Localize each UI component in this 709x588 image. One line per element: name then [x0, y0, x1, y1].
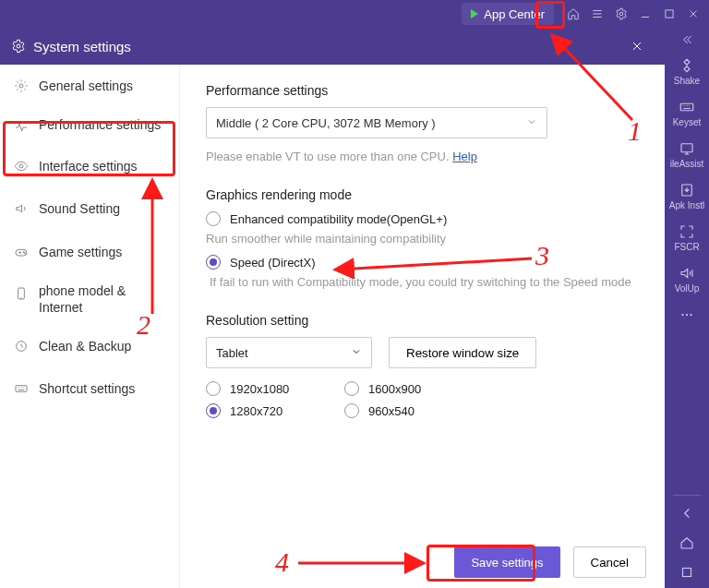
rail-collapse-icon[interactable]	[665, 28, 709, 52]
rail-label: Apk Instl	[669, 200, 704, 210]
panel-close-icon[interactable]	[628, 33, 654, 59]
keyboard-icon	[13, 380, 30, 397]
home-icon[interactable]	[561, 2, 585, 26]
svg-point-14	[24, 252, 25, 253]
radio-icon	[344, 381, 359, 396]
sidebar-item-label: Game settings	[39, 244, 166, 260]
rail-home-icon[interactable]	[665, 529, 709, 558]
rail-fscr[interactable]: FSCR	[665, 218, 709, 259]
footer: Save settings Cancel	[180, 536, 665, 588]
performance-level-select[interactable]: Middle ( 2 Core CPU, 3072 MB Memory )	[206, 107, 547, 138]
svg-point-0	[619, 12, 623, 16]
minimize-icon[interactable]	[633, 2, 657, 26]
rail-label: FSCR	[674, 242, 699, 252]
sidebar-item-label: General settings	[39, 78, 166, 94]
svg-point-10	[19, 84, 23, 88]
chevron-down-icon	[526, 116, 537, 130]
svg-rect-3	[681, 144, 692, 152]
vt-hint: Please enable VT to use more than one CP…	[206, 150, 646, 163]
sidebar-item-shortcut[interactable]: Shortcut settings	[0, 367, 179, 410]
menu-icon[interactable]	[585, 2, 609, 26]
resolution-mode-select[interactable]: Tablet	[206, 337, 372, 368]
svg-point-6	[686, 314, 688, 316]
chevron-down-icon	[351, 346, 362, 360]
radio-label: 1280x720	[230, 404, 282, 418]
rail-label: Keyset	[673, 117, 702, 127]
rail-back-icon[interactable]	[665, 499, 709, 529]
radio-icon	[206, 211, 221, 226]
rail-label: ileAssist	[670, 159, 704, 169]
app-center-label: App Center	[484, 7, 545, 21]
settings-gear-icon[interactable]	[609, 2, 633, 26]
svg-rect-1	[666, 10, 673, 18]
sidebar-item-interface[interactable]: Interface settings	[0, 145, 179, 187]
main-panel: Performance settings Middle ( 2 Core CPU…	[180, 65, 665, 536]
title-bar: App Center	[0, 0, 709, 28]
gfx-speed-radio[interactable]: Speed (DirectX)	[206, 255, 646, 270]
clean-icon	[13, 338, 30, 354]
phone-icon	[13, 285, 30, 302]
gfx-compat-desc: Run smoother while maintaining compatibi…	[206, 232, 646, 246]
pulse-icon	[13, 119, 30, 136]
sidebar-item-label: phone model & Internet	[39, 282, 166, 316]
gfx-speed-desc: If fail to run with Compatibility mode, …	[210, 275, 646, 289]
sidebar-item-label: Shortcut settings	[39, 380, 166, 397]
radio-label: 960x540	[368, 404, 415, 418]
graphics-section-title: Graphics rendering mode	[206, 187, 646, 202]
rail-shake[interactable]: Shake	[665, 52, 709, 93]
radio-icon	[206, 381, 221, 396]
res-1600x900-radio[interactable]: 1600x900	[344, 381, 483, 396]
svg-point-5	[681, 314, 683, 316]
sidebar-item-label: Clean & Backup	[39, 338, 166, 354]
sidebar-item-sound[interactable]: Sound Setting	[0, 187, 179, 230]
sound-icon	[13, 200, 30, 217]
rail-fileassist[interactable]: ileAssist	[665, 135, 709, 176]
settings-sidebar: General settings Performance settings In…	[0, 65, 180, 588]
radio-icon	[344, 403, 359, 418]
res-1920x1080-radio[interactable]: 1920x1080	[206, 381, 344, 396]
cancel-button[interactable]: Cancel	[573, 546, 647, 578]
maximize-icon[interactable]	[657, 2, 681, 26]
rail-keyset[interactable]: Keyset	[665, 93, 709, 135]
svg-point-9	[17, 44, 20, 48]
radio-icon	[206, 403, 221, 418]
gear-icon	[13, 78, 30, 94]
performance-section-title: Performance settings	[206, 83, 646, 98]
svg-rect-2	[680, 103, 693, 111]
gfx-compat-radio[interactable]: Enhanced compatibility mode(OpenGL+)	[206, 211, 646, 226]
sidebar-item-clean[interactable]: Clean & Backup	[0, 325, 179, 367]
system-settings-header: System settings	[0, 28, 665, 65]
res-960x540-radio[interactable]: 960x540	[344, 403, 483, 418]
svg-point-13	[23, 251, 24, 252]
window-close-icon[interactable]	[681, 2, 705, 26]
vt-help-link[interactable]: Help	[452, 150, 477, 163]
save-settings-button[interactable]: Save settings	[454, 546, 559, 578]
sidebar-item-label: Performance settings	[39, 116, 166, 133]
rail-more-icon[interactable]	[665, 301, 709, 330]
radio-icon	[206, 255, 221, 270]
restore-window-size-button[interactable]: Restore window size	[389, 337, 536, 368]
rail-label: VolUp	[675, 283, 700, 294]
right-rail: Shake Keyset ileAssist Apk Instl FSCR Vo…	[665, 28, 709, 588]
radio-label: 1920x1080	[230, 382, 289, 396]
sidebar-item-game[interactable]: Game settings	[0, 231, 179, 273]
rail-recents-icon[interactable]	[665, 558, 709, 588]
system-settings-title: System settings	[33, 39, 131, 54]
res-1280x720-radio[interactable]: 1280x720	[206, 403, 344, 418]
gear-icon	[11, 39, 26, 54]
app-center-button[interactable]: App Center	[462, 3, 554, 25]
sidebar-item-phone[interactable]: phone model & Internet	[0, 273, 179, 325]
rail-volup[interactable]: VolUp	[665, 259, 709, 301]
resolution-section-title: Resolution setting	[206, 313, 646, 328]
svg-rect-17	[16, 386, 27, 392]
svg-point-11	[19, 164, 23, 168]
svg-rect-8	[683, 569, 691, 577]
radio-label: 1600x900	[368, 382, 421, 396]
svg-point-7	[690, 314, 691, 316]
rail-label: Shake	[674, 76, 700, 86]
sidebar-item-general[interactable]: General settings	[0, 65, 179, 107]
rail-apkinstl[interactable]: Apk Instl	[665, 176, 709, 218]
radio-label: Speed (DirectX)	[230, 256, 315, 270]
sidebar-item-performance[interactable]: Performance settings	[0, 107, 179, 145]
radio-label: Enhanced compatibility mode(OpenGL+)	[230, 212, 447, 226]
